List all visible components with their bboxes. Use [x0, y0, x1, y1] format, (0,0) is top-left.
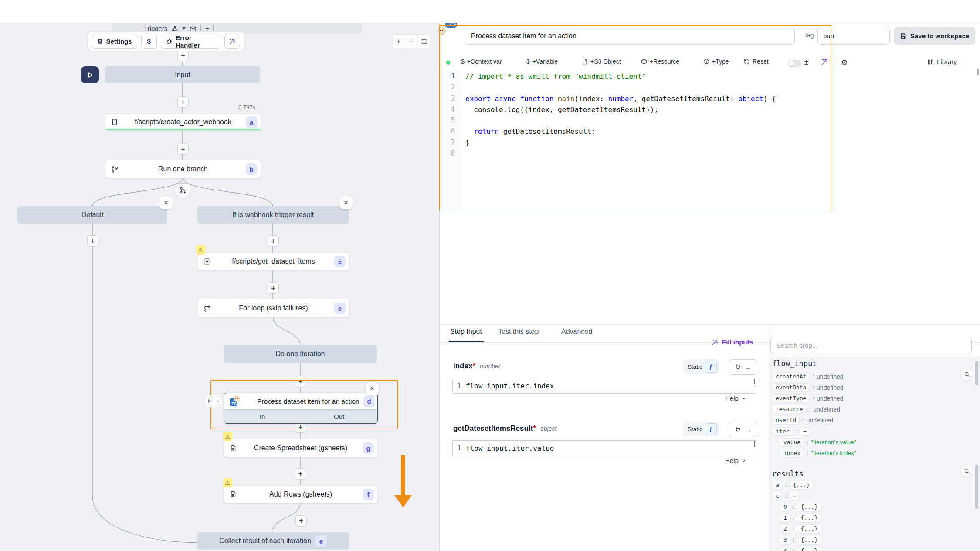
- prop-value[interactable]: −: [789, 492, 800, 500]
- prop-colon: :: [807, 439, 808, 446]
- help-link[interactable]: Help: [725, 395, 746, 402]
- delete-step-button[interactable]: ×: [366, 382, 379, 395]
- prop-key[interactable]: 2: [780, 524, 790, 533]
- step-id-badge: a: [246, 116, 257, 128]
- prop-key[interactable]: createdAt: [772, 372, 810, 381]
- editor-settings-button[interactable]: ⚙: [841, 58, 848, 67]
- delete-branch-button[interactable]: ×: [159, 196, 173, 209]
- library-icon: [927, 58, 934, 65]
- input-mode-toggle[interactable]: Static ƒ: [683, 359, 719, 374]
- save-icon: [900, 33, 907, 40]
- run-flow-button[interactable]: [81, 66, 99, 83]
- node-create-actor-webhook[interactable]: f/scripts/create_actor_webhook a: [105, 113, 261, 131]
- plug-icon: [735, 364, 741, 371]
- zoom-in-button[interactable]: +: [393, 35, 405, 48]
- prop-key[interactable]: value: [780, 438, 804, 447]
- flow-variables-button[interactable]: $: [141, 34, 157, 49]
- prop-key[interactable]: index: [780, 449, 804, 458]
- insert-step-button[interactable]: +: [295, 515, 307, 527]
- expr-input-index[interactable]: 1 flow_input.iter.index: [452, 378, 756, 394]
- node-for-loop[interactable]: For loop (skip failures) e: [197, 299, 349, 317]
- node-collect-result[interactable]: Collect result of each iteration e: [197, 532, 349, 550]
- insert-step-button[interactable]: +: [295, 468, 306, 480]
- delete-branch-button[interactable]: ×: [339, 196, 353, 209]
- prop-row: index:"Iteration's index": [772, 448, 856, 459]
- warning-icon: ⚠: [223, 478, 232, 487]
- node-run-one-branch[interactable]: Run one branch b: [105, 160, 261, 178]
- settings-button[interactable]: ⚙Settings: [92, 34, 137, 49]
- prop-row: a:{...}: [772, 480, 821, 490]
- prop-key[interactable]: 4: [780, 547, 790, 551]
- prop-value[interactable]: {...}: [797, 503, 821, 511]
- insert-step-button[interactable]: +: [268, 235, 279, 247]
- node-add-rows[interactable]: Add Rows (gsheets) f: [224, 485, 378, 503]
- input-mode-toggle[interactable]: Static ƒ: [683, 422, 719, 436]
- node-create-spreadsheet[interactable]: Create Spreadsheet (gsheets) g: [224, 439, 378, 457]
- library-button[interactable]: Library: [927, 58, 957, 65]
- prop-colon: :: [802, 417, 804, 424]
- node-do-one-iteration[interactable]: Do one iteration: [224, 345, 377, 363]
- fit-view-button[interactable]: [417, 35, 430, 48]
- prop-key[interactable]: eventType: [772, 394, 810, 403]
- prop-key[interactable]: userId: [772, 416, 800, 425]
- insert-step-button[interactable]: +: [177, 50, 189, 61]
- fill-inputs-button[interactable]: Fill inputs: [712, 338, 753, 346]
- prop-key[interactable]: 1: [780, 514, 790, 522]
- node-input[interactable]: Input: [105, 66, 260, 83]
- prop-row: 2:{...}: [772, 524, 821, 534]
- prop-colon: :: [812, 384, 814, 391]
- flow-canvas[interactable]: Triggers + ⚙Settings $ Error Handler + −…: [0, 23, 440, 551]
- run-step-button[interactable]: [205, 395, 214, 407]
- prop-value[interactable]: {...}: [789, 481, 813, 490]
- insert-step-button[interactable]: +: [268, 282, 279, 294]
- prop-row: eventType:undefined: [772, 393, 856, 404]
- prop-key[interactable]: eventData: [772, 383, 810, 392]
- step-in-tab[interactable]: In: [224, 410, 301, 423]
- prop-key[interactable]: c: [772, 492, 783, 500]
- prop-row: resource:undefined: [772, 404, 856, 415]
- prop-key[interactable]: iter: [772, 427, 793, 436]
- error-handler-button[interactable]: Error Handler: [161, 34, 220, 49]
- prop-key[interactable]: 0: [780, 503, 790, 511]
- prop-key[interactable]: 3: [780, 536, 790, 544]
- run-step-dropdown[interactable]: [214, 395, 221, 407]
- save-to-workspace-button[interactable]: Save to workspace: [894, 27, 975, 45]
- prop-value[interactable]: {...}: [797, 514, 821, 522]
- sidebar-scrollbar[interactable]: [975, 361, 978, 385]
- insert-step-button[interactable]: +: [177, 96, 189, 108]
- prop-row: 4:{...}: [772, 545, 821, 551]
- prop-key[interactable]: a: [772, 481, 783, 490]
- search-icon[interactable]: [960, 465, 973, 477]
- prop-colon: :: [807, 450, 808, 456]
- prop-key[interactable]: resource: [772, 405, 807, 414]
- search-prop-input[interactable]: Search prop...: [770, 337, 972, 354]
- connect-input-button[interactable]: →: [729, 359, 757, 375]
- prop-value[interactable]: {...}: [797, 547, 821, 551]
- connect-input-button[interactable]: →: [729, 422, 757, 437]
- prop-value[interactable]: {...}: [797, 536, 821, 544]
- expr-input-getdatesetitemsresult[interactable]: 1 flow_input.iter.value: [452, 440, 756, 456]
- javascript-expr-icon[interactable]: ƒ: [705, 423, 717, 435]
- prop-value[interactable]: {...}: [797, 524, 821, 533]
- help-link[interactable]: Help: [725, 457, 746, 464]
- node-default-branch[interactable]: Default: [17, 206, 167, 224]
- javascript-expr-icon[interactable]: ƒ: [705, 361, 717, 373]
- results-scrollbar[interactable]: [975, 465, 978, 509]
- node-if-branch[interactable]: If is webhook trigger result: [197, 206, 349, 224]
- search-icon[interactable]: [960, 368, 973, 381]
- node-get-dataset-items[interactable]: f/scripts/get_dataset_items c: [197, 252, 349, 271]
- insert-step-button[interactable]: +: [177, 143, 189, 155]
- zoom-out-button[interactable]: −: [405, 35, 417, 48]
- ai-assistant-button[interactable]: [224, 34, 240, 49]
- step-out-tab[interactable]: Out: [301, 410, 377, 423]
- editor-scrollbar[interactable]: [977, 69, 979, 75]
- insert-step-button[interactable]: +: [87, 235, 98, 247]
- tab-test-this-step[interactable]: Test this step: [498, 328, 539, 336]
- prop-value[interactable]: −: [800, 427, 810, 436]
- magic-wand-icon: [712, 339, 719, 346]
- success-indicator: [105, 129, 261, 130]
- add-branch-button[interactable]: [176, 183, 190, 197]
- tab-advanced[interactable]: Advanced: [561, 328, 592, 336]
- node-process-dataset-item[interactable]: TS Process dataset item for an action d …: [224, 393, 378, 424]
- tab-step-input[interactable]: Step Input: [450, 328, 482, 336]
